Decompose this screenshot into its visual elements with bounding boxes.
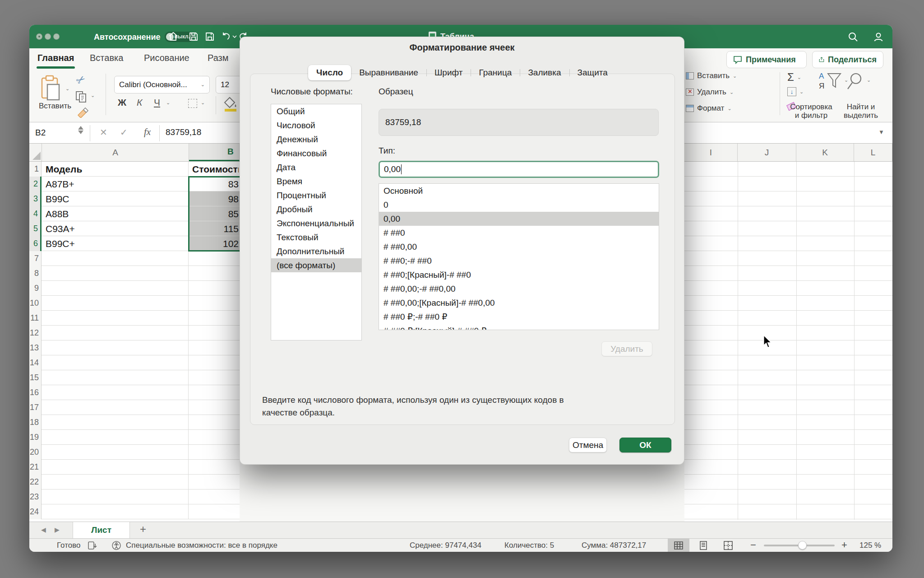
cell-b[interactable]	[189, 400, 239, 415]
format-code-item[interactable]: # ##0,00;[Красный]-# ##0,00	[379, 296, 659, 310]
cell-b[interactable]	[189, 504, 239, 519]
cell-a[interactable]	[42, 475, 189, 489]
underline-chevron-icon[interactable]: ⌄	[166, 100, 170, 106]
dialog-tab[interactable]: Защита	[569, 65, 616, 80]
row-header[interactable]: 16	[29, 385, 42, 400]
sort-filter-label-text[interactable]: Сортировкаи фильтр	[789, 103, 834, 120]
find-select-label[interactable]: Найти ивыделить	[841, 103, 881, 120]
paste-button[interactable]	[40, 75, 63, 104]
table-row[interactable]: 23	[29, 489, 240, 504]
table-row[interactable]: 16	[29, 385, 240, 400]
row-header[interactable]: 3	[29, 191, 42, 206]
format-code-item[interactable]: # ##0,00;-# ##0,00	[379, 282, 659, 296]
format-category-item[interactable]: Числовой	[271, 118, 361, 132]
table-row[interactable]: 21	[29, 460, 240, 475]
table-row[interactable]: 19	[29, 430, 240, 445]
cell-a[interactable]: B99C+	[42, 236, 189, 251]
cell-b[interactable]	[189, 430, 239, 445]
table-row[interactable]: 8	[29, 266, 240, 281]
cell-a[interactable]	[42, 340, 189, 355]
row-header[interactable]: 11	[29, 311, 42, 326]
cell-b[interactable]	[189, 326, 239, 340]
accessibility-icon[interactable]	[111, 541, 121, 550]
save-as-icon[interactable]	[204, 31, 215, 42]
cut-icon[interactable]: ✂	[74, 72, 88, 88]
macro-record-icon[interactable]	[87, 541, 97, 550]
table-row[interactable]: 10	[29, 296, 240, 311]
column-header-a[interactable]: A	[42, 144, 189, 161]
add-sheet-button[interactable]: +	[140, 523, 146, 536]
page-layout-view-button[interactable]	[693, 539, 714, 552]
cell-b[interactable]	[189, 266, 239, 281]
row-header[interactable]: 5	[29, 221, 42, 236]
format-code-item[interactable]: 0,00	[379, 212, 659, 226]
formula-bar-collapse-icon[interactable]: ▼	[878, 129, 884, 135]
sheet-tab[interactable]: Лист	[73, 522, 130, 539]
row-header[interactable]: 19	[29, 430, 42, 445]
borders-chevron-icon[interactable]: ⌄	[201, 100, 205, 106]
tab-layout[interactable]: Разм	[208, 53, 229, 63]
table-row[interactable]: 22	[29, 475, 240, 489]
format-code-item[interactable]: # ##0;-# ##0	[379, 254, 659, 268]
cell-a[interactable]	[42, 296, 189, 311]
table-row[interactable]: 7	[29, 251, 240, 266]
select-all-corner[interactable]	[29, 144, 42, 161]
delete-cells-button[interactable]: Удалить⌄	[686, 88, 734, 97]
search-icon[interactable]	[847, 31, 859, 43]
format-category-item[interactable]: Финансовый	[271, 146, 361, 160]
cell-a[interactable]: B99C	[42, 191, 189, 206]
formula-value[interactable]: 83759,18	[166, 127, 201, 137]
home-icon[interactable]	[168, 31, 179, 42]
cell-b[interactable]	[189, 415, 239, 430]
dialog-tab[interactable]: Заливка	[520, 65, 569, 80]
row-header[interactable]: 20	[29, 445, 42, 460]
undo-chevron-icon[interactable]	[232, 35, 237, 38]
format-category-item[interactable]: Процентный	[271, 188, 361, 202]
undo-icon[interactable]	[221, 31, 231, 42]
cell-b[interactable]	[189, 355, 239, 370]
normal-view-button[interactable]	[668, 539, 689, 552]
cell-a[interactable]	[42, 251, 189, 266]
cell-a[interactable]	[42, 489, 189, 504]
name-box-stepper[interactable]	[78, 126, 83, 134]
row-header[interactable]: 24	[29, 504, 42, 519]
close-window-button[interactable]	[36, 33, 42, 40]
format-cells-button[interactable]: Формат⌄	[686, 104, 732, 113]
cell-b[interactable]: Стоимость	[189, 162, 239, 177]
format-category-item[interactable]: Дробный	[271, 202, 361, 216]
find-select-icon[interactable]: ⌄	[846, 72, 864, 93]
page-break-view-button[interactable]	[717, 539, 739, 552]
table-row[interactable]: 12	[29, 326, 240, 340]
format-code-item[interactable]: # ##0 ₽;[Красный]-# ##0 ₽	[379, 324, 659, 330]
column-header[interactable]: J	[738, 144, 796, 161]
table-row[interactable]: 24	[29, 504, 240, 519]
format-code-item[interactable]: 0	[379, 198, 659, 212]
cancel-button[interactable]: Отмена	[569, 438, 607, 452]
table-row[interactable]: 13	[29, 340, 240, 355]
comments-button[interactable]: Примечания	[726, 51, 807, 68]
dialog-tab[interactable]: Число	[308, 65, 351, 80]
table-row[interactable]: 15	[29, 370, 240, 385]
table-row[interactable]: 14	[29, 355, 240, 370]
column-header-b[interactable]: B	[189, 144, 240, 161]
table-row[interactable]: 17	[29, 400, 240, 415]
cell-a[interactable]	[42, 266, 189, 281]
cell-a[interactable]	[42, 326, 189, 340]
cell-a[interactable]: Модель	[42, 162, 189, 177]
cell-b[interactable]	[189, 251, 239, 266]
cell-b[interactable]	[189, 475, 239, 489]
fx-icon[interactable]: fx	[144, 126, 151, 138]
format-code-item[interactable]: # ##0 ₽;-# ##0 ₽	[379, 310, 659, 324]
copy-icon[interactable]	[75, 90, 88, 105]
row-header[interactable]: 12	[29, 326, 42, 340]
format-category-item[interactable]: Время	[271, 174, 361, 188]
tab-home[interactable]: Главная	[37, 53, 74, 63]
cell-b[interactable]	[189, 445, 239, 460]
zoom-in-button[interactable]: +	[841, 539, 847, 551]
table-row[interactable]: 11	[29, 311, 240, 326]
cell-a[interactable]	[42, 355, 189, 370]
format-painter-icon[interactable]	[76, 106, 90, 120]
cell-b[interactable]	[189, 340, 239, 355]
next-sheet-icon[interactable]: ▶	[55, 526, 60, 533]
font-name-select[interactable]: Calibri (Основной... ⌄	[114, 76, 210, 93]
